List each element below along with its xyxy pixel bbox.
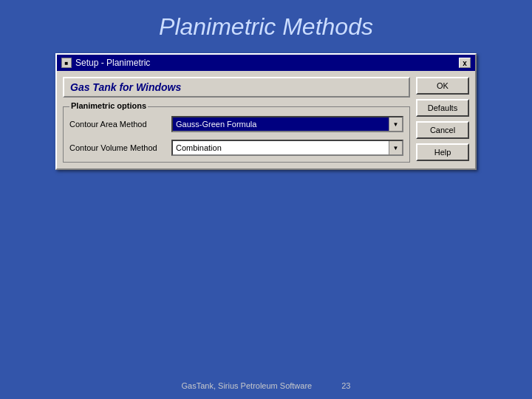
- defaults-button[interactable]: Defaults: [416, 99, 469, 117]
- dialog-app-icon: ■: [61, 58, 72, 68]
- contour-volume-label: Contour Volume Method: [69, 143, 166, 152]
- contour-volume-combo[interactable]: Combination ▼: [171, 140, 403, 156]
- dialog-window: ■ Setup - Planimetric x Gas Tank for Win…: [55, 53, 477, 170]
- dialog-close-button[interactable]: x: [459, 58, 471, 68]
- page-title: Planimetric Methods: [0, 0, 532, 51]
- contour-volume-row: Contour Volume Method Combination ▼: [69, 140, 403, 156]
- dialog-titlebar: ■ Setup - Planimetric x: [57, 55, 475, 71]
- ok-button[interactable]: OK: [416, 77, 469, 95]
- dialog-buttons: OK Defaults Cancel Help: [416, 77, 469, 163]
- group-legend: Planimetric options: [69, 101, 148, 110]
- app-name-box: Gas Tank for Windows: [63, 77, 410, 98]
- titlebar-left: ■ Setup - Planimetric: [61, 58, 150, 68]
- footer-credit: GasTank, Sirius Petroleum Software: [182, 381, 313, 390]
- contour-area-label: Contour Area Method: [69, 120, 166, 129]
- planimetric-options-group: Planimetric options Contour Area Method …: [63, 106, 410, 163]
- dialog-title: Setup - Planimetric: [75, 58, 150, 68]
- contour-area-row: Contour Area Method Gauss-Green Formula …: [69, 116, 403, 132]
- contour-area-combo[interactable]: Gauss-Green Formula ▼: [171, 116, 403, 132]
- footer-page-number: 23: [341, 381, 350, 390]
- page-footer: GasTank, Sirius Petroleum Software 23: [0, 381, 532, 390]
- help-button[interactable]: Help: [416, 143, 469, 161]
- contour-volume-arrow[interactable]: ▼: [389, 141, 402, 154]
- dialog-main: Gas Tank for Windows Planimetric options…: [63, 77, 410, 163]
- contour-area-value: Gauss-Green Formula: [173, 117, 389, 131]
- contour-area-arrow[interactable]: ▼: [389, 117, 402, 131]
- cancel-button[interactable]: Cancel: [416, 121, 469, 139]
- dialog-body: Gas Tank for Windows Planimetric options…: [57, 71, 475, 168]
- contour-volume-value: Combination: [173, 141, 389, 154]
